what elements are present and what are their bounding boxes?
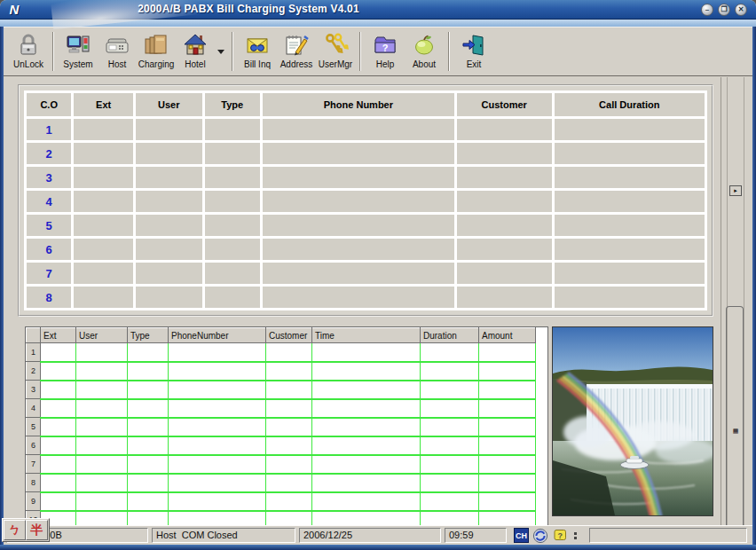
main-toolbar: UnLock System Host xyxy=(4,27,752,76)
grid-cell xyxy=(169,474,266,492)
grid-row-number: 6 xyxy=(27,436,41,455)
grid-row: 6 xyxy=(27,436,536,455)
grid-cell xyxy=(421,362,479,381)
window-title: 2000A/B PABX Bill Charging System V4.01 xyxy=(98,3,399,15)
exit-button[interactable]: Exit xyxy=(454,29,493,74)
line-cell xyxy=(205,239,261,260)
grid-cell xyxy=(76,455,128,474)
grid-cell xyxy=(41,343,76,362)
window-frame-right xyxy=(752,27,756,545)
address-button[interactable]: Address xyxy=(277,29,316,74)
line-cell xyxy=(263,239,454,260)
language-bar-options-icon[interactable] xyxy=(571,529,579,543)
line-number: 6 xyxy=(27,239,71,260)
line-cell xyxy=(457,191,552,212)
help-folder-icon: ? xyxy=(372,32,398,59)
line-cell xyxy=(555,191,705,212)
grid-cell xyxy=(421,492,479,511)
grid-cell xyxy=(128,362,169,381)
close-button[interactable]: ✕ xyxy=(735,4,747,16)
ime-pad-icon[interactable]: ? xyxy=(552,528,568,544)
line-cell xyxy=(74,119,133,140)
line-cell xyxy=(457,167,552,188)
folders-icon xyxy=(143,32,169,59)
line-status-table: C.O Ext User Type Phone Number Customer … xyxy=(18,84,713,317)
rail-divider xyxy=(744,77,744,525)
grid-row-number: 7 xyxy=(27,455,41,474)
panel-tab-icon: ▦ xyxy=(729,427,742,437)
grid-row: 2 xyxy=(27,362,536,381)
minimize-button[interactable]: – xyxy=(701,4,713,16)
about-button[interactable]: About xyxy=(405,29,444,74)
host-button[interactable]: Host xyxy=(98,29,137,74)
grid-cell xyxy=(41,418,76,436)
grid-cell xyxy=(266,492,312,511)
grid-cell xyxy=(312,399,421,418)
grid-cell xyxy=(169,436,266,455)
line-number: 4 xyxy=(27,191,71,212)
grid-cell xyxy=(41,492,76,511)
slide-panel-handle-icon[interactable]: ▸ xyxy=(729,185,742,196)
language-indicator-badge[interactable]: CH xyxy=(514,528,529,543)
fax-phone-icon xyxy=(104,32,130,59)
ime-mode-icon[interactable] xyxy=(532,528,548,544)
toolbar-label: UnLock xyxy=(13,59,43,69)
column-header: Ext xyxy=(74,93,133,116)
grid-cell xyxy=(479,474,536,492)
restore-button[interactable]: ❐ xyxy=(718,4,730,16)
line-cell xyxy=(263,215,454,236)
grid-cell xyxy=(128,436,169,455)
grid-cell xyxy=(169,492,266,511)
system-button[interactable]: System xyxy=(59,29,98,74)
grid-column-header: PhoneNumber xyxy=(169,328,266,343)
line-number: 7 xyxy=(27,263,71,284)
hotel-button[interactable]: Hotel xyxy=(176,29,215,74)
grid-cell xyxy=(421,436,479,455)
right-side-rail: ▸ ▦ xyxy=(721,77,752,525)
window-frame-left xyxy=(0,27,4,545)
line-cell xyxy=(136,119,202,140)
grid-column-header: Amount xyxy=(479,328,536,343)
status-empty-panel xyxy=(589,528,747,543)
ime-input-mode-button[interactable]: ㄅ xyxy=(4,520,26,540)
line-cell xyxy=(205,143,261,164)
unlock-button[interactable]: UnLock xyxy=(9,29,48,74)
ime-halfwidth-button[interactable]: 半 xyxy=(26,520,48,540)
grid-cell xyxy=(76,492,128,511)
grid-header-row: Ext User Type PhoneNumber Customer Time … xyxy=(27,328,536,343)
grid-cell xyxy=(312,455,421,474)
grid-cell xyxy=(312,381,421,399)
line-cell xyxy=(555,119,705,140)
grid-cell xyxy=(76,418,128,436)
line-cell xyxy=(555,167,705,188)
grid-cell xyxy=(169,455,266,474)
line-cell xyxy=(555,239,705,260)
line-cell xyxy=(457,215,552,236)
help-button[interactable]: ? Help xyxy=(366,29,405,74)
grid-row-number: 9 xyxy=(27,492,41,511)
line-cell xyxy=(457,287,552,308)
grid-cell xyxy=(266,381,312,399)
line-number: 5 xyxy=(27,215,71,236)
line-cell xyxy=(136,287,202,308)
grid-row: 9 xyxy=(27,492,536,511)
collapsed-panel-tab[interactable]: ▦ xyxy=(726,306,744,527)
grid-cell xyxy=(421,418,479,436)
charging-button[interactable]: Charging xyxy=(137,29,176,74)
line-cell xyxy=(136,167,202,188)
line-cell xyxy=(263,263,454,284)
hotel-dropdown-arrow-icon[interactable] xyxy=(217,50,224,54)
notepad-pen-icon xyxy=(283,32,310,59)
toolbar-label: Hotel xyxy=(185,59,205,69)
app-window: N 2000A/B PABX Bill Charging System V4.0… xyxy=(0,0,756,550)
line-row: 1 xyxy=(27,119,705,140)
grid-row-number: 1 xyxy=(27,343,41,362)
line-cell xyxy=(205,263,261,284)
bill-inquiry-button[interactable]: Bill Inq xyxy=(238,29,277,74)
line-cell xyxy=(74,263,133,284)
column-header: User xyxy=(136,93,202,116)
grid-cell xyxy=(169,362,266,381)
grid-column-header: Duration xyxy=(421,328,479,343)
user-manager-button[interactable]: UserMgr xyxy=(316,29,355,74)
bill-search-icon xyxy=(244,32,271,59)
